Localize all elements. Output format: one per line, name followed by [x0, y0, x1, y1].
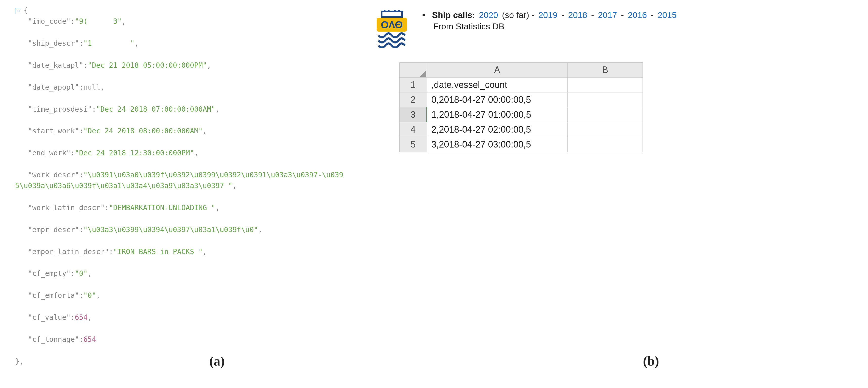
json-field-row: "end_work":"Dec 24 2018 12:30:00:000PM", — [15, 148, 346, 158]
panel-a-json-record: ⊟{ "imo_code":"9( 3", "ship_descr":"1 ",… — [0, 0, 354, 354]
cell-B[interactable] — [568, 77, 643, 92]
svg-marker-7 — [420, 70, 426, 77]
from-statistics-db: From Statistics DB — [433, 22, 678, 31]
ship-calls-year-link[interactable]: 2016 — [628, 10, 647, 20]
row-header[interactable]: 5 — [400, 137, 427, 152]
cell-A[interactable]: 0,2018-04-27 00:00:00,5 — [427, 92, 568, 107]
ship-calls-text-block: • Ship calls: 2020 (so far) - 2019 - 201… — [422, 10, 678, 31]
ship-calls-label: Ship calls: — [432, 10, 475, 20]
row-header[interactable]: 4 — [400, 122, 427, 137]
json-field-row: "cf_emforta":"0", — [15, 290, 346, 301]
table-row: 1,date,vessel_count — [400, 77, 643, 92]
json-field-row: "time_prosdesi":"Dec 24 2018 07:00:00:00… — [15, 104, 346, 115]
ship-calls-year-link[interactable]: 2017 — [598, 10, 617, 20]
cell-B[interactable] — [568, 92, 643, 107]
json-field-row: "ship_descr":"1 ", — [15, 38, 346, 49]
row-header[interactable]: 1 — [400, 77, 427, 92]
ship-calls-line: • Ship calls: 2020 (so far) - 2019 - 201… — [422, 10, 678, 20]
json-field-row: "empr_descr":"\u03a3\u0399\u0394\u0397\u… — [15, 224, 346, 235]
cell-A[interactable]: 1,2018-04-27 01:00:00,5 — [427, 107, 568, 122]
cell-A[interactable]: ,date,vessel_count — [427, 77, 568, 92]
table-row: 42,2018-04-27 02:00:00,5 — [400, 122, 643, 137]
ship-calls-year-link[interactable]: 2018 — [568, 10, 587, 20]
svg-rect-0 — [382, 11, 402, 17]
json-field-row: "start_work":"Dec 24 2018 08:00:00:000AM… — [15, 126, 346, 136]
col-header-A[interactable]: A — [427, 63, 568, 77]
cell-A[interactable]: 2,2018-04-27 02:00:00,5 — [427, 122, 568, 137]
cell-B[interactable] — [568, 107, 643, 122]
json-field-row: "work_latin_descr":"DEMBARKATION-UNLOADI… — [15, 202, 346, 213]
figure-sublabels: (a) (b) — [0, 354, 868, 388]
json-field-row: "imo_code":"9( 3", — [15, 16, 346, 27]
ship-calls-year-link[interactable]: 2015 — [657, 10, 677, 20]
ship-calls-year-link[interactable]: 2019 — [538, 10, 558, 20]
json-field-row: "cf_value":654, — [15, 312, 346, 323]
sublabel-b: (b) — [434, 354, 868, 388]
bullet-icon: • — [422, 10, 425, 20]
select-all-corner[interactable] — [400, 63, 427, 77]
col-header-B[interactable]: B — [568, 63, 643, 77]
so-far-note: (so far) — [502, 10, 529, 20]
cell-A[interactable]: 3,2018-04-27 03:00:00,5 — [427, 137, 568, 152]
row-header[interactable]: 2 — [400, 92, 427, 107]
cell-B[interactable] — [568, 122, 643, 137]
table-row: 31,2018-04-27 01:00:00,5 — [400, 107, 643, 122]
row-header[interactable]: 3 — [400, 107, 427, 122]
json-field-row: "date_katapl":"Dec 21 2018 05:00:00:000P… — [15, 60, 346, 71]
json-field-row: "date_apopl":null, — [15, 82, 346, 93]
panel-b-ship-calls: ΟΛΘ • Ship calls: 2020 (so far) - 2019 -… — [354, 0, 868, 354]
sublabel-a: (a) — [0, 354, 434, 388]
table-row: 20,2018-04-27 00:00:00,5 — [400, 92, 643, 107]
collapse-toggle-icon[interactable]: ⊟ — [15, 8, 21, 14]
spreadsheet: A B 1,date,vessel_count20,2018-04-27 00:… — [399, 62, 643, 152]
json-field-row: "empor_latin_descr":"IRON BARS in PACKS … — [15, 246, 346, 257]
json-viewer: ⊟{ "imo_code":"9( 3", "ship_descr":"1 ",… — [15, 5, 346, 367]
json-field-row: "cf_empty":"0", — [15, 268, 346, 279]
cell-B[interactable] — [568, 137, 643, 152]
table-row: 53,2018-04-27 03:00:00,5 — [400, 137, 643, 152]
ship-calls-header: ΟΛΘ • Ship calls: 2020 (so far) - 2019 -… — [374, 10, 858, 50]
port-authority-logo: ΟΛΘ — [374, 10, 409, 50]
svg-text:ΟΛΘ: ΟΛΘ — [381, 19, 403, 30]
json-field-row: "cf_tonnage":654 — [15, 334, 346, 345]
json-field-row: "work_descr":"\u0391\u03a0\u039f\u0392\u… — [15, 169, 346, 191]
ship-calls-year-link[interactable]: 2020 — [479, 10, 498, 20]
